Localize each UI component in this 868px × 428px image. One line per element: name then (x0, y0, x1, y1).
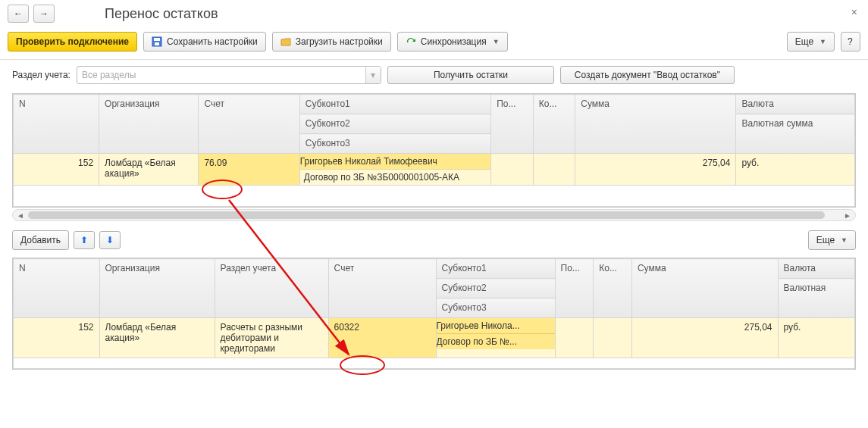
svg-rect-2 (155, 42, 159, 45)
scroll-thumb[interactable] (28, 211, 825, 219)
scroll-left-icon[interactable]: ◄ (14, 210, 27, 220)
col-acct[interactable]: Счет (199, 95, 299, 154)
col-sum[interactable]: Сумма (575, 95, 736, 154)
save-settings-button[interactable]: Сохранить настройки (143, 32, 266, 52)
chevron-down-icon: ▼ (493, 38, 500, 45)
col-sub1[interactable]: Субконто1 (299, 95, 491, 114)
cell2-n: 152 (14, 318, 100, 358)
col-cur-sum[interactable]: Валютная сумма (736, 114, 855, 154)
sync-icon (406, 36, 416, 47)
col-sub3[interactable]: Субконто3 (299, 134, 491, 154)
get-balances-button[interactable]: Получить остатки (387, 66, 554, 84)
close-icon[interactable]: × (851, 6, 857, 18)
cell-sub1: Григорьев Николай Тимофеевич (299, 154, 491, 169)
col-org[interactable]: Организация (99, 95, 199, 154)
arrow-down-icon: ⬇ (106, 235, 114, 245)
get-balances-label: Получить остатки (434, 70, 508, 80)
cell2-ko (594, 318, 632, 358)
add-button[interactable]: Добавить (12, 230, 69, 250)
balances-source-table: N Организация Счет Субконто1 По... Ко...… (12, 93, 856, 208)
more-button-bottom[interactable]: Еще ▼ (808, 230, 856, 250)
cell-po (491, 154, 534, 186)
arrow-right-icon: → (39, 8, 49, 19)
col2-org[interactable]: Организация (99, 259, 215, 318)
section-filter-select[interactable]: Все разделы ▾ (77, 66, 381, 84)
col2-acct[interactable]: Счет (328, 259, 436, 318)
chevron-down-icon[interactable]: ▾ (365, 67, 381, 83)
page-title: Перенос остатков (105, 6, 218, 22)
sync-button[interactable]: Синхронизация ▼ (397, 32, 508, 52)
nav-forward-button[interactable]: → (33, 5, 55, 23)
arrow-up-icon: ⬆ (80, 235, 88, 245)
balances-target-table: N Организация Раздел учета Счет Субконто… (12, 258, 856, 370)
nav-back-button[interactable]: ← (8, 5, 29, 23)
more-label: Еще (795, 36, 813, 47)
cell2-acct: 60322 (328, 318, 436, 358)
arrow-left-icon: ← (14, 8, 23, 19)
col-cur[interactable]: Валюта (736, 95, 855, 114)
cell2-sub2: Договор по ЗБ №... (436, 333, 555, 349)
more-label-2: Еще (816, 235, 835, 245)
check-connection-label: Проверить подключение (16, 36, 129, 47)
svg-rect-1 (154, 38, 160, 41)
section-filter-placeholder: Все разделы (82, 70, 136, 80)
cell2-po (555, 318, 594, 358)
move-up-button[interactable]: ⬆ (74, 231, 95, 249)
cell-subkonto: Григорьев Николай Тимофеевич Договор по … (299, 154, 491, 186)
create-doc-button[interactable]: Создать документ "Ввод остатков" (560, 66, 735, 84)
check-connection-button[interactable]: Проверить подключение (8, 32, 137, 52)
chevron-down-icon: ▼ (819, 38, 826, 45)
col2-cur[interactable]: Валюта (778, 259, 854, 279)
help-button[interactable]: ? (841, 32, 860, 52)
load-settings-label: Загрузить настройки (296, 36, 383, 47)
cell2-org: Ломбард «Белая акация» (99, 318, 215, 358)
col-ko[interactable]: Ко... (533, 95, 575, 154)
cell-org: Ломбард «Белая акация» (99, 154, 199, 186)
cell-sum: 275,04 (575, 154, 736, 186)
col2-cur-sum[interactable]: Валютная (778, 279, 854, 318)
col-n[interactable]: N (14, 95, 99, 154)
cell-ko (533, 154, 575, 186)
load-settings-button[interactable]: Загрузить настройки (272, 32, 391, 52)
save-settings-label: Сохранить настройки (167, 36, 258, 47)
cell-acct: 76.09 (199, 154, 299, 186)
cell2-subkonto: Григорьев Никола... Договор по ЗБ №... (436, 318, 555, 358)
col2-n[interactable]: N (14, 259, 100, 318)
more-button-top[interactable]: Еще ▼ (787, 32, 835, 52)
col2-ko[interactable]: Ко... (594, 259, 632, 318)
cell2-sum: 275,04 (631, 318, 778, 358)
col2-sub1[interactable]: Субконто1 (436, 259, 555, 279)
cell2-sub1: Григорьев Никола... (436, 318, 555, 333)
move-down-button[interactable]: ⬇ (99, 231, 121, 249)
add-label: Добавить (20, 235, 61, 245)
cell-n: 152 (14, 154, 99, 186)
col2-sub3[interactable]: Субконто3 (436, 298, 555, 318)
scroll-right-icon[interactable]: ► (841, 210, 854, 220)
diskette-icon (152, 36, 162, 47)
section-filter-label: Раздел учета: (12, 70, 71, 80)
col2-po[interactable]: По... (555, 259, 594, 318)
cell2-section: Расчеты с разными дебиторами и кредитора… (215, 318, 328, 358)
horizontal-scrollbar[interactable]: ◄ ► (12, 209, 856, 221)
create-doc-label: Создать документ "Ввод остатков" (575, 70, 720, 80)
cell-sub2: Договор по ЗБ №ЗБ0000001005-АКА (300, 169, 491, 185)
folder-icon (280, 36, 291, 47)
col2-section[interactable]: Раздел учета (215, 259, 328, 318)
col2-sum[interactable]: Сумма (631, 259, 778, 318)
col-po[interactable]: По... (491, 95, 534, 154)
help-label: ? (848, 36, 853, 47)
table-row[interactable]: 152 Ломбард «Белая акация» 76.09 Григорь… (14, 154, 855, 186)
cell-cur: руб. (736, 154, 855, 186)
chevron-down-icon: ▼ (841, 236, 848, 244)
sync-label: Синхронизация (421, 36, 487, 47)
col-sub2[interactable]: Субконто2 (299, 114, 491, 134)
col2-sub2[interactable]: Субконто2 (436, 279, 555, 298)
cell2-cur: руб. (778, 318, 854, 358)
table-row[interactable]: 152 Ломбард «Белая акация» Расчеты с раз… (14, 318, 855, 358)
